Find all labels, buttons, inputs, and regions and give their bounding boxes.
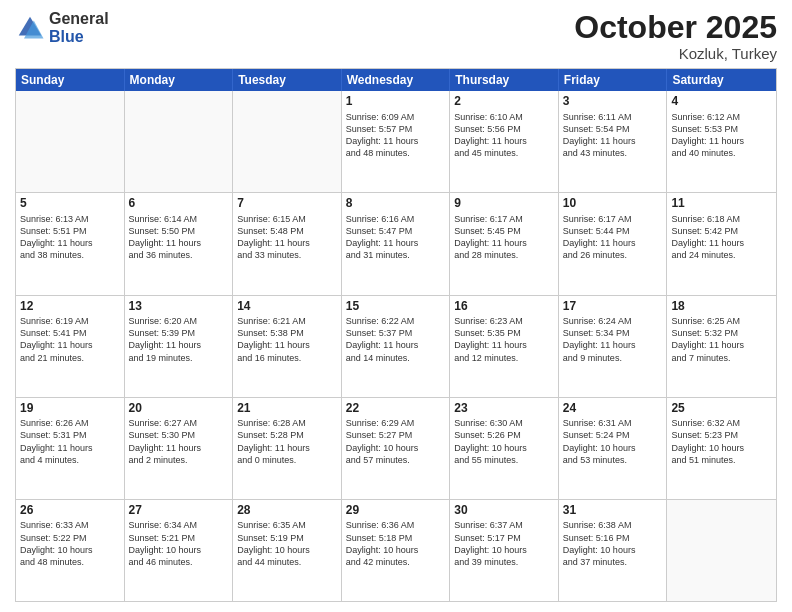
cal-header-saturday: Saturday (667, 69, 776, 91)
header: General Blue October 2025 Kozluk, Turkey (15, 10, 777, 62)
cal-day-empty (667, 500, 776, 601)
cal-day-9: 9Sunrise: 6:17 AM Sunset: 5:45 PM Daylig… (450, 193, 559, 294)
cal-day-11: 11Sunrise: 6:18 AM Sunset: 5:42 PM Dayli… (667, 193, 776, 294)
day-info: Sunrise: 6:34 AM Sunset: 5:21 PM Dayligh… (129, 519, 229, 568)
day-number: 20 (129, 401, 229, 417)
calendar-body: 1Sunrise: 6:09 AM Sunset: 5:57 PM Daylig… (16, 91, 776, 601)
cal-week-4: 19Sunrise: 6:26 AM Sunset: 5:31 PM Dayli… (16, 397, 776, 499)
day-info: Sunrise: 6:16 AM Sunset: 5:47 PM Dayligh… (346, 213, 446, 262)
day-number: 11 (671, 196, 772, 212)
cal-day-30: 30Sunrise: 6:37 AM Sunset: 5:17 PM Dayli… (450, 500, 559, 601)
cal-day-empty (16, 91, 125, 192)
day-info: Sunrise: 6:12 AM Sunset: 5:53 PM Dayligh… (671, 111, 772, 160)
day-number: 10 (563, 196, 663, 212)
day-number: 2 (454, 94, 554, 110)
day-info: Sunrise: 6:15 AM Sunset: 5:48 PM Dayligh… (237, 213, 337, 262)
location: Kozluk, Turkey (574, 45, 777, 62)
day-info: Sunrise: 6:11 AM Sunset: 5:54 PM Dayligh… (563, 111, 663, 160)
day-number: 12 (20, 299, 120, 315)
day-info: Sunrise: 6:09 AM Sunset: 5:57 PM Dayligh… (346, 111, 446, 160)
day-info: Sunrise: 6:13 AM Sunset: 5:51 PM Dayligh… (20, 213, 120, 262)
day-number: 25 (671, 401, 772, 417)
day-number: 1 (346, 94, 446, 110)
cal-day-27: 27Sunrise: 6:34 AM Sunset: 5:21 PM Dayli… (125, 500, 234, 601)
day-number: 24 (563, 401, 663, 417)
cal-day-18: 18Sunrise: 6:25 AM Sunset: 5:32 PM Dayli… (667, 296, 776, 397)
day-number: 17 (563, 299, 663, 315)
day-info: Sunrise: 6:32 AM Sunset: 5:23 PM Dayligh… (671, 417, 772, 466)
cal-day-empty (125, 91, 234, 192)
cal-header-sunday: Sunday (16, 69, 125, 91)
cal-day-25: 25Sunrise: 6:32 AM Sunset: 5:23 PM Dayli… (667, 398, 776, 499)
day-number: 7 (237, 196, 337, 212)
day-info: Sunrise: 6:26 AM Sunset: 5:31 PM Dayligh… (20, 417, 120, 466)
day-number: 28 (237, 503, 337, 519)
cal-day-26: 26Sunrise: 6:33 AM Sunset: 5:22 PM Dayli… (16, 500, 125, 601)
day-number: 3 (563, 94, 663, 110)
day-number: 6 (129, 196, 229, 212)
month-title: October 2025 (574, 10, 777, 45)
day-number: 31 (563, 503, 663, 519)
logo: General Blue (15, 10, 109, 45)
cal-day-29: 29Sunrise: 6:36 AM Sunset: 5:18 PM Dayli… (342, 500, 451, 601)
day-number: 5 (20, 196, 120, 212)
day-number: 22 (346, 401, 446, 417)
day-number: 19 (20, 401, 120, 417)
day-info: Sunrise: 6:17 AM Sunset: 5:45 PM Dayligh… (454, 213, 554, 262)
cal-day-20: 20Sunrise: 6:27 AM Sunset: 5:30 PM Dayli… (125, 398, 234, 499)
day-info: Sunrise: 6:35 AM Sunset: 5:19 PM Dayligh… (237, 519, 337, 568)
day-info: Sunrise: 6:14 AM Sunset: 5:50 PM Dayligh… (129, 213, 229, 262)
cal-day-10: 10Sunrise: 6:17 AM Sunset: 5:44 PM Dayli… (559, 193, 668, 294)
day-info: Sunrise: 6:36 AM Sunset: 5:18 PM Dayligh… (346, 519, 446, 568)
cal-day-12: 12Sunrise: 6:19 AM Sunset: 5:41 PM Dayli… (16, 296, 125, 397)
cal-day-6: 6Sunrise: 6:14 AM Sunset: 5:50 PM Daylig… (125, 193, 234, 294)
logo-general-text: General (49, 10, 109, 28)
cal-day-24: 24Sunrise: 6:31 AM Sunset: 5:24 PM Dayli… (559, 398, 668, 499)
page: General Blue October 2025 Kozluk, Turkey… (0, 0, 792, 612)
day-number: 27 (129, 503, 229, 519)
cal-day-15: 15Sunrise: 6:22 AM Sunset: 5:37 PM Dayli… (342, 296, 451, 397)
title-block: October 2025 Kozluk, Turkey (574, 10, 777, 62)
day-number: 26 (20, 503, 120, 519)
cal-day-2: 2Sunrise: 6:10 AM Sunset: 5:56 PM Daylig… (450, 91, 559, 192)
day-info: Sunrise: 6:19 AM Sunset: 5:41 PM Dayligh… (20, 315, 120, 364)
day-info: Sunrise: 6:31 AM Sunset: 5:24 PM Dayligh… (563, 417, 663, 466)
cal-header-thursday: Thursday (450, 69, 559, 91)
cal-header-tuesday: Tuesday (233, 69, 342, 91)
day-info: Sunrise: 6:25 AM Sunset: 5:32 PM Dayligh… (671, 315, 772, 364)
cal-day-3: 3Sunrise: 6:11 AM Sunset: 5:54 PM Daylig… (559, 91, 668, 192)
cal-day-5: 5Sunrise: 6:13 AM Sunset: 5:51 PM Daylig… (16, 193, 125, 294)
day-number: 8 (346, 196, 446, 212)
cal-week-1: 1Sunrise: 6:09 AM Sunset: 5:57 PM Daylig… (16, 91, 776, 192)
day-info: Sunrise: 6:17 AM Sunset: 5:44 PM Dayligh… (563, 213, 663, 262)
day-number: 16 (454, 299, 554, 315)
cal-week-2: 5Sunrise: 6:13 AM Sunset: 5:51 PM Daylig… (16, 192, 776, 294)
cal-day-28: 28Sunrise: 6:35 AM Sunset: 5:19 PM Dayli… (233, 500, 342, 601)
day-number: 14 (237, 299, 337, 315)
day-info: Sunrise: 6:38 AM Sunset: 5:16 PM Dayligh… (563, 519, 663, 568)
cal-day-4: 4Sunrise: 6:12 AM Sunset: 5:53 PM Daylig… (667, 91, 776, 192)
day-number: 15 (346, 299, 446, 315)
day-info: Sunrise: 6:23 AM Sunset: 5:35 PM Dayligh… (454, 315, 554, 364)
day-info: Sunrise: 6:30 AM Sunset: 5:26 PM Dayligh… (454, 417, 554, 466)
day-info: Sunrise: 6:27 AM Sunset: 5:30 PM Dayligh… (129, 417, 229, 466)
day-number: 18 (671, 299, 772, 315)
day-number: 30 (454, 503, 554, 519)
cal-day-empty (233, 91, 342, 192)
cal-day-16: 16Sunrise: 6:23 AM Sunset: 5:35 PM Dayli… (450, 296, 559, 397)
day-number: 21 (237, 401, 337, 417)
cal-day-19: 19Sunrise: 6:26 AM Sunset: 5:31 PM Dayli… (16, 398, 125, 499)
day-info: Sunrise: 6:21 AM Sunset: 5:38 PM Dayligh… (237, 315, 337, 364)
cal-day-21: 21Sunrise: 6:28 AM Sunset: 5:28 PM Dayli… (233, 398, 342, 499)
cal-day-1: 1Sunrise: 6:09 AM Sunset: 5:57 PM Daylig… (342, 91, 451, 192)
day-info: Sunrise: 6:18 AM Sunset: 5:42 PM Dayligh… (671, 213, 772, 262)
calendar-header: SundayMondayTuesdayWednesdayThursdayFrid… (16, 69, 776, 91)
day-info: Sunrise: 6:29 AM Sunset: 5:27 PM Dayligh… (346, 417, 446, 466)
calendar: SundayMondayTuesdayWednesdayThursdayFrid… (15, 68, 777, 602)
cal-day-14: 14Sunrise: 6:21 AM Sunset: 5:38 PM Dayli… (233, 296, 342, 397)
day-number: 23 (454, 401, 554, 417)
logo-text: General Blue (49, 10, 109, 45)
day-info: Sunrise: 6:28 AM Sunset: 5:28 PM Dayligh… (237, 417, 337, 466)
day-number: 29 (346, 503, 446, 519)
day-info: Sunrise: 6:24 AM Sunset: 5:34 PM Dayligh… (563, 315, 663, 364)
